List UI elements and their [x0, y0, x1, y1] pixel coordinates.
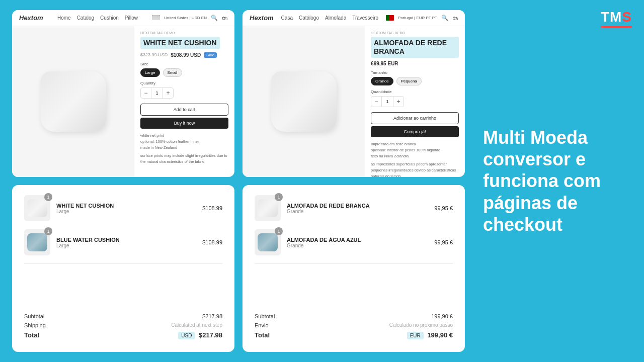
cart-item-2-pt: 1 ALMOFADA DE ÁGUA AZUL Grande 99,95 € — [255, 229, 453, 255]
cart-icon-pt[interactable]: 🛍 — [452, 15, 458, 21]
qty-label-pt: Quantidade — [371, 89, 459, 94]
total-row-en: Total USD $217.98 — [24, 331, 222, 339]
logo-en: Hextom — [19, 14, 43, 22]
qty-plus-en[interactable]: + — [163, 88, 173, 98]
qty-plus-pt[interactable]: + — [393, 97, 404, 107]
nav-pillow-en[interactable]: Pillow — [125, 15, 138, 21]
buy-now-pt[interactable]: Compra já! — [371, 126, 459, 137]
add-to-cart-pt[interactable]: Adicionar ao carrinho — [371, 112, 459, 124]
subtotal-value-en: $217.98 — [202, 313, 222, 319]
item-name-1-en: WHITE NET CUSHION — [56, 203, 196, 209]
cart-img-wrap-1-pt: 1 — [255, 195, 281, 221]
cart-divider-en — [24, 263, 222, 264]
qty-value-en: 1 — [151, 88, 163, 98]
cart-img-wrap-2-pt: 1 — [255, 229, 281, 255]
cart-cushion-2-en — [27, 233, 47, 251]
logo-pt: Hextom — [250, 14, 274, 22]
add-to-cart-en[interactable]: Add to cart — [140, 104, 228, 116]
product-desc-en: white net print optional: 100% cotton fe… — [140, 133, 228, 165]
total-price-en: $217.98 — [199, 331, 222, 339]
item-name-2-pt: ALMOFADA DE ÁGUA AZUL — [287, 237, 428, 243]
nav-home-pt[interactable]: Casa — [281, 15, 293, 21]
cart-cushion-2-pt — [258, 233, 278, 251]
cart-item-info-2-pt: ALMOFADA DE ÁGUA AZUL Grande — [287, 237, 428, 248]
cart-item-1-en: 1 WHITE NET CUSHION Large $108.99 — [24, 195, 222, 221]
nav-pillow-pt[interactable]: Travesseiro — [352, 15, 378, 21]
promo-block: Multi Moeda conversor e funciona com pág… — [471, 117, 632, 245]
nav-links-pt: Casa Catálogo Almofada Travesseiro — [281, 15, 379, 21]
size-options-pt: Grande Pequena — [371, 77, 459, 85]
breadcrumb-pt: HEXTOM TAG DEMO — [371, 31, 459, 35]
cart-en: 1 WHITE NET CUSHION Large $108.99 1 BLUE… — [12, 185, 234, 352]
cart-img-wrap-2-en: 1 — [24, 229, 50, 255]
nav-catalog-pt[interactable]: Catálogo — [299, 15, 319, 21]
size-pequena-pt[interactable]: Pequena — [396, 77, 422, 85]
total-value-pt: EUR 199,90 € — [407, 331, 453, 339]
breadcrumb-en: HEXTOM TAG DEMO — [140, 31, 228, 35]
price-row-en: $323.99 USD $108.99 USD Sale — [140, 52, 228, 58]
item-price-2-pt: 99,95 € — [434, 239, 453, 245]
total-price-pt: 199,90 € — [427, 331, 453, 339]
buy-now-en[interactable]: Buy it now — [140, 118, 228, 129]
size-grande-pt[interactable]: Grande — [371, 77, 393, 85]
product-details-en: HEXTOM TAG DEMO WHITE NET CUSHION $323.9… — [134, 26, 234, 177]
item-badge-1-pt: 1 — [275, 193, 283, 201]
tms-logo: TMS — [601, 9, 632, 25]
item-variant-1-en: Large — [56, 209, 196, 214]
qty-control-en: − 1 + — [140, 87, 174, 99]
total-value-en: USD $217.98 — [178, 331, 222, 339]
product-desc-pt: Impressão em rede branca opcional: inter… — [371, 141, 459, 177]
search-icon[interactable]: 🔍 — [211, 15, 218, 21]
size-options-en: Large Small — [140, 68, 228, 77]
cart-item-info-1-pt: ALMOFADA DE REDE BRANCA Grande — [287, 203, 428, 214]
cart-img-wrap-1-en: 1 — [24, 195, 50, 221]
nav-right-en: United States | USD EN 🔍 🛍 — [152, 15, 227, 21]
sale-badge-en: Sale — [204, 52, 217, 58]
item-price-2-en: $108.99 — [202, 239, 222, 245]
search-icon-pt[interactable]: 🔍 — [441, 15, 448, 21]
product-page-en: Hextom Home Catalog Cushion Pillow Unite… — [12, 10, 234, 177]
product-title-pt: ALMOFADA DE REDE BRANCA — [371, 37, 459, 58]
total-label-pt: Total — [255, 331, 270, 339]
qty-minus-pt[interactable]: − — [371, 97, 381, 107]
product-details-pt: HEXTOM TAG DEMO ALMOFADA DE REDE BRANCA … — [365, 26, 465, 177]
subtotal-label-en: Subtotal — [24, 313, 44, 319]
qty-label-en: Quantity — [140, 81, 228, 85]
qty-row-en: − 1 + — [140, 87, 228, 99]
cart-icon[interactable]: 🛍 — [222, 15, 227, 21]
qty-control-pt: − 1 + — [371, 96, 404, 107]
subtotal-value-pt: 199,90 € — [431, 313, 453, 319]
size-small-en[interactable]: Small — [163, 68, 182, 77]
nav-cushion-en[interactable]: Cushion — [100, 15, 119, 21]
size-label-pt: Tamanho — [371, 70, 459, 75]
item-variant-2-pt: Grande — [287, 243, 428, 248]
item-badge-1-en: 1 — [44, 193, 52, 201]
cart-item-1-pt: 1 ALMOFADA DE REDE BRANCA Grande 99,95 € — [255, 195, 453, 221]
subtotal-row-en: Subtotal $217.98 — [24, 313, 222, 319]
shipping-label-pt: Envio — [255, 322, 269, 328]
total-currency-en: USD — [178, 332, 195, 339]
nav-home-en[interactable]: Home — [57, 15, 71, 21]
qty-value-pt: 1 — [381, 97, 393, 107]
cart-totals-pt: Subtotal 199,90 € Envio Calculado no pró… — [255, 313, 453, 342]
cart-item-info-1-en: WHITE NET CUSHION Large — [56, 203, 196, 214]
qty-minus-en[interactable]: − — [141, 88, 151, 98]
cart-item-info-2-en: BLUE WATER CUSHION Large — [56, 237, 196, 248]
subtotal-row-pt: Subtotal 199,90 € — [255, 313, 453, 319]
cushion-white-pt — [271, 71, 337, 132]
price-pt: €99,95 EUR — [371, 61, 398, 66]
cart-cushion-1-pt — [258, 199, 278, 217]
product-image-en — [12, 26, 134, 177]
cart-pt: 1 ALMOFADA DE REDE BRANCA Grande 99,95 €… — [243, 185, 465, 352]
cushion-white-en — [41, 71, 106, 132]
total-currency-pt: EUR — [407, 332, 424, 339]
nav-pt: Hextom Casa Catálogo Almofada Travesseir… — [243, 10, 465, 26]
size-large-en[interactable]: Large — [140, 68, 159, 77]
cart-divider-pt — [255, 263, 453, 264]
total-row-pt: Total EUR 199,90 € — [255, 331, 453, 339]
total-label-en: Total — [24, 331, 39, 339]
nav-cushion-pt[interactable]: Almofada — [325, 15, 346, 21]
shipping-row-en: Shipping Calculated at next step — [24, 322, 222, 328]
nav-catalog-en[interactable]: Catalog — [77, 15, 94, 21]
nav-right-pt: Portugal | EUR PT PT 🔍 🛍 — [386, 15, 458, 21]
